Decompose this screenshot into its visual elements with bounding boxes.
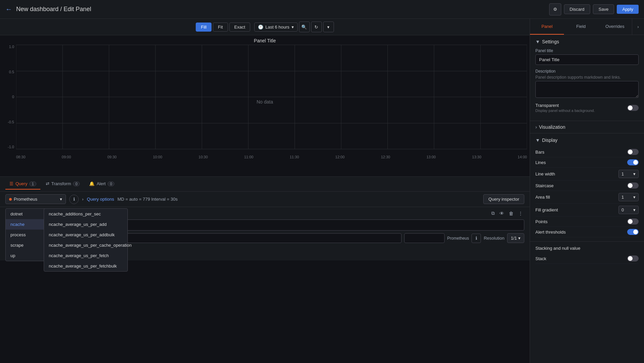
bars-label: Bars [535,150,544,155]
query-inspector-button[interactable]: Query inspector [483,194,524,204]
right-tab-field[interactable]: Field [564,19,598,35]
resolution-select[interactable]: 1/1 ▾ [507,233,524,243]
points-slider [627,218,639,225]
clock-icon: 🕐 [258,25,263,30]
fit-view-button[interactable]: Fit [213,23,228,32]
x-label-10: 13:00 [426,155,436,159]
left-panel: Fill Fit Exact 🕐 Last 6 hours ▾ 🔍 ↻ ▾ Pa… [0,19,530,363]
stack-toggle[interactable] [627,255,639,261]
display-section: ▼ Display Bars Lines L [530,133,644,242]
chart-grid-svg [16,45,527,149]
description-textarea[interactable] [535,81,639,98]
line-width-row: Line width 1 ▾ [535,168,639,180]
right-tab-panel[interactable]: Panel [530,19,564,35]
y-label-1: 1.0 [9,45,14,49]
fill-gradient-row: Fill gradient 0 ▾ [535,204,639,216]
points-label: Points [535,219,547,224]
fill-gradient-select[interactable]: 0 ▾ [618,206,639,214]
area-fill-chevron: ▾ [633,195,636,200]
transform-tab-label: Transform [51,181,71,186]
fill-view-button[interactable]: Fill [196,23,212,32]
right-panel: Panel Field Overrides › ▼ Settings Panel… [530,19,644,363]
transparent-label: Transparent [535,103,595,108]
settings-chevron: ▼ [535,39,540,44]
chart-canvas: 1.0 0.5 0 -0.5 -1.0 [3,45,527,159]
area-fill-select[interactable]: 1 ▾ [618,193,639,201]
tab-alert[interactable]: 🔔 Alert 0 [85,178,118,190]
line-width-select[interactable]: 1 ▾ [618,170,639,178]
settings-header[interactable]: ▼ Settings [535,39,639,44]
x-label-11: 13:30 [472,155,482,159]
tab-transform[interactable]: ⇄ Transform 0 [42,178,84,190]
staircase-row: Staircase [535,180,639,191]
delete-query-button[interactable]: 🗑 [507,210,515,217]
y-axis: 1.0 0.5 0 -0.5 -1.0 [3,45,16,149]
display-header[interactable]: ▼ Display [535,137,639,143]
lines-toggle[interactable] [627,159,639,165]
apply-button[interactable]: Apply [617,5,639,14]
alert-thresholds-toggle[interactable] [627,229,639,235]
discard-button[interactable]: Discard [564,4,590,14]
metric-item-3[interactable]: ncache_average_us_per_addbulk [44,230,127,240]
transparent-label-group: Transparent Display panel without a back… [535,103,595,113]
line-width-chevron: ▾ [633,171,636,176]
min-step-input[interactable] [404,233,445,243]
more-time-options-button[interactable]: ▾ [323,22,334,32]
settings-button[interactable]: ⚙ [549,3,561,15]
points-toggle[interactable] [627,218,639,225]
x-label-4: 10:00 [153,155,162,159]
fill-gradient-label: Fill gradient [535,207,558,212]
zoom-button[interactable]: 🔍 [299,22,310,32]
area-fill-label: Area fill [535,195,550,200]
tab-query[interactable]: ☰ Query 1 [5,178,40,190]
no-data-label: No data [257,99,273,105]
stack-slider [627,255,639,261]
x-label-7: 11:30 [290,155,299,159]
query-options-link[interactable]: Query options [87,197,114,202]
alert-thresholds-slider [627,229,639,235]
y-label-3: 0 [12,95,14,99]
transparent-slider [627,105,639,111]
datasource-info-button[interactable]: ℹ [69,195,79,204]
min-step-info-button[interactable]: ℹ [471,234,481,243]
metric-item-1[interactable]: ncache_additions_per_sec [44,209,127,219]
x-label-6: 11:00 [244,155,254,159]
back-button[interactable]: ← [5,5,12,13]
chart-toolbar: Fill Fit Exact 🕐 Last 6 hours ▾ 🔍 ↻ ▾ [0,19,530,35]
line-width-label: Line width [535,171,555,176]
refresh-button[interactable]: ↻ [311,22,322,32]
toggle-visibility-button[interactable]: 👁 [498,210,505,217]
x-label-1: 08:30 [16,155,26,159]
bars-toggle[interactable] [627,149,639,155]
more-query-options-button[interactable]: ⋮ [517,210,524,217]
description-hint: Panel description supports markdown and … [535,75,639,80]
metric-item-2[interactable]: ncache_average_us_per_add [44,219,127,230]
copy-query-button[interactable]: ⧉ [490,210,496,217]
topbar: ← New dashboard / Edit Panel ⚙ Discard S… [0,0,644,19]
fill-gradient-value: 0 [621,207,624,212]
lines-row: Lines [535,157,639,168]
transform-tab-count: 0 [73,182,80,186]
save-button[interactable]: Save [593,4,614,14]
exact-view-button[interactable]: Exact [229,23,251,32]
points-row: Points [535,216,639,227]
metric-item-5[interactable]: ncache_average_us_per_fetch [44,250,127,261]
metric-item-6[interactable]: ncache_average_us_per_fetchbulk [44,261,127,271]
transform-tab-icon: ⇄ [46,181,49,186]
right-tab-panel-label: Panel [541,24,553,29]
panel-title-input[interactable] [535,54,639,65]
visualization-header[interactable]: › Visualization [535,124,639,130]
transparent-toggle[interactable] [627,105,639,111]
namespace-dotnet-label: dotnet [10,211,23,216]
query-options-meta: MD = auto = 779 Interval = 30s [117,197,178,202]
right-panel-expand-button[interactable]: › [632,19,644,35]
staircase-toggle[interactable] [627,183,639,189]
metric-item-4[interactable]: ncache_average_us_per_cache_operation [44,240,127,250]
query-tab-icon: ☰ [9,181,13,186]
datasource-select[interactable]: Prometheus ▾ [5,194,66,204]
namespace-process-label: process [10,232,26,237]
right-tab-overrides[interactable]: Overrides [598,19,632,35]
time-range-button[interactable]: 🕐 Last 6 hours ▾ [254,23,298,32]
topbar-actions: ⚙ Discard Save Apply [549,3,639,15]
alert-tab-label: Alert [97,181,106,186]
